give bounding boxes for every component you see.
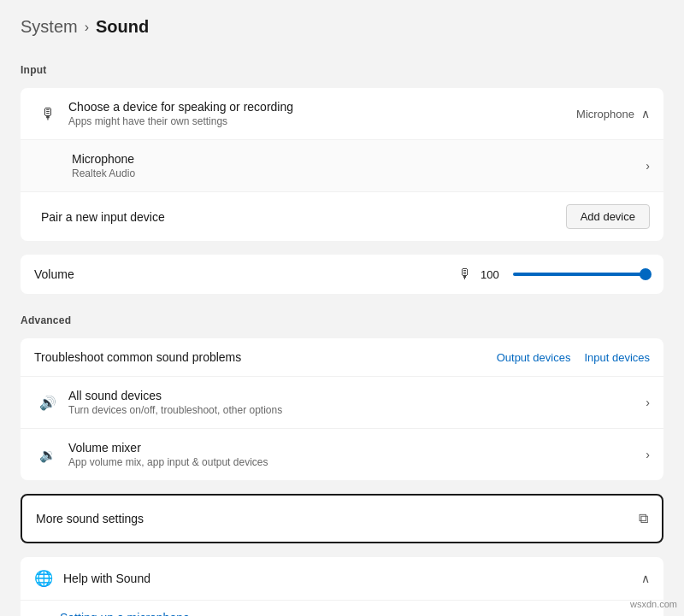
advanced-section-label: Advanced xyxy=(21,308,663,331)
chevron-up-icon: ∧ xyxy=(641,107,650,120)
all-devices-icon: 🔊 xyxy=(34,395,62,411)
output-devices-link[interactable]: Output devices xyxy=(497,351,571,364)
help-microphone-link[interactable]: Setting up a microphone xyxy=(60,611,190,616)
external-link-icon: ⧉ xyxy=(639,511,648,526)
microphone-device-row[interactable]: Microphone Realtek Audio › xyxy=(21,140,663,192)
volume-mixer-icon: 🔉 xyxy=(34,447,62,463)
watermark: wsxdn.com xyxy=(630,599,677,609)
input-devices-link[interactable]: Input devices xyxy=(584,351,650,364)
pair-device-title: Pair a new input device xyxy=(41,210,566,224)
all-sound-devices-subtitle: Turn devices on/off, troubleshoot, other… xyxy=(68,404,646,416)
more-sound-title: More sound settings xyxy=(36,512,639,525)
volume-card: Volume 🎙 100 xyxy=(21,255,663,294)
breadcrumb-separator: › xyxy=(85,20,89,35)
microphone-device-title: Microphone xyxy=(72,152,646,166)
breadcrumb-system: System xyxy=(21,17,78,37)
all-devices-chevron: › xyxy=(646,396,650,409)
volume-mixer-row[interactable]: 🔉 Volume mixer App volume mix, app input… xyxy=(21,429,663,480)
volume-label: Volume xyxy=(34,267,86,281)
slider-thumb xyxy=(640,268,652,280)
volume-slider[interactable] xyxy=(513,273,650,276)
help-chevron-up: ∧ xyxy=(641,572,650,585)
volume-mic-icon: 🎙 xyxy=(458,267,472,282)
breadcrumb: System › Sound xyxy=(21,17,663,37)
microphone-small-icon: 🎙 xyxy=(34,105,62,123)
help-globe-icon: 🌐 xyxy=(34,569,53,588)
volume-value: 100 xyxy=(481,268,504,281)
breadcrumb-current: Sound xyxy=(96,17,149,37)
volume-mixer-subtitle: App volume mix, app input & output devic… xyxy=(68,456,646,468)
help-header-row[interactable]: 🌐 Help with Sound ∧ xyxy=(21,557,663,601)
input-section-label: Input xyxy=(21,57,663,81)
pair-device-row: Pair a new input device Add device xyxy=(21,192,663,241)
troubleshoot-title: Troubleshoot common sound problems xyxy=(34,350,497,364)
help-card: 🌐 Help with Sound ∧ Setting up a microph… xyxy=(21,557,663,616)
choose-device-subtitle: Apps might have their own settings xyxy=(68,115,576,127)
chevron-right-icon: › xyxy=(646,159,650,173)
choose-device-value: Microphone xyxy=(576,108,634,120)
advanced-card: Troubleshoot common sound problems Outpu… xyxy=(21,338,663,480)
choose-device-row[interactable]: 🎙 Choose a device for speaking or record… xyxy=(21,88,663,140)
choose-device-title: Choose a device for speaking or recordin… xyxy=(68,100,576,114)
input-card: 🎙 Choose a device for speaking or record… xyxy=(21,88,663,241)
volume-mixer-chevron: › xyxy=(646,448,650,461)
troubleshoot-row: Troubleshoot common sound problems Outpu… xyxy=(21,338,663,377)
all-sound-devices-row[interactable]: 🔊 All sound devices Turn devices on/off,… xyxy=(21,377,663,429)
add-device-button[interactable]: Add device xyxy=(566,204,650,229)
all-sound-devices-title: All sound devices xyxy=(68,389,646,402)
help-header-title: Help with Sound xyxy=(63,572,641,585)
volume-mixer-title: Volume mixer xyxy=(68,441,646,455)
more-sound-card[interactable]: More sound settings ⧉ xyxy=(21,494,663,543)
microphone-device-subtitle: Realtek Audio xyxy=(72,167,646,179)
